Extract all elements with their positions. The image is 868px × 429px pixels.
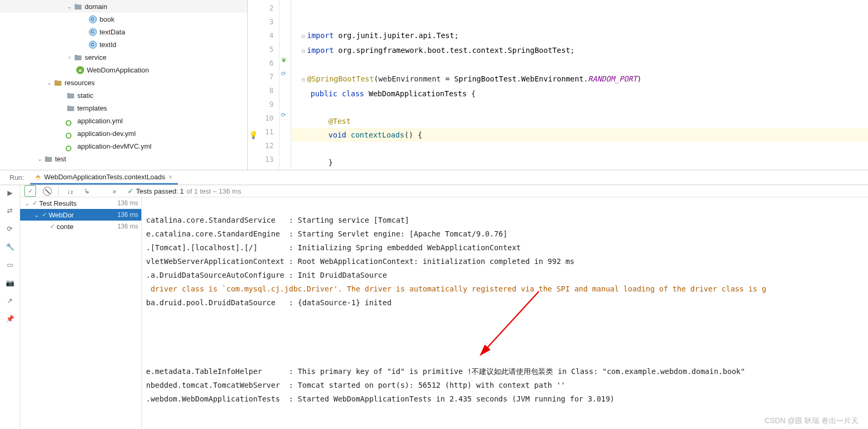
tree-folder-service[interactable]: › service: [0, 51, 247, 63]
test-method-node[interactable]: ✓ conte 136 ms: [20, 221, 141, 232]
tree-class-textdata[interactable]: C textData: [0, 25, 247, 38]
pin-button[interactable]: 📌: [5, 313, 15, 324]
folder-icon: [66, 90, 75, 100]
tree-folder-test[interactable]: ⌄ test: [0, 152, 247, 165]
line-number-gutter: 2345678910111213: [248, 0, 279, 170]
toggle-button[interactable]: ⇄: [5, 205, 15, 216]
tree-app-class[interactable]: ⸙ WebDomApplication: [0, 63, 247, 76]
tree-label: service: [85, 53, 106, 61]
tree-label: resources: [65, 79, 95, 87]
tree-folder-static[interactable]: static: [0, 89, 247, 102]
yaml-icon: [66, 116, 75, 125]
tree-label: book: [100, 15, 114, 23]
class-icon: C: [88, 14, 97, 24]
yaml-icon: [66, 129, 75, 138]
package-icon: [73, 2, 83, 11]
run-test-icon[interactable]: ⟳: [281, 112, 286, 118]
export-button[interactable]: ↗: [5, 295, 15, 306]
camera-button[interactable]: 📷: [5, 277, 15, 288]
check-icon: ✓: [32, 199, 38, 207]
chevron-down-icon: ⌄: [23, 200, 31, 206]
class-icon: C: [88, 40, 97, 49]
tree-class-textid[interactable]: C textId: [0, 38, 247, 51]
chevron-down-icon: ⌄: [46, 80, 53, 86]
show-passed-toggle[interactable]: ✓: [24, 185, 36, 197]
run-tab-active[interactable]: ⬘ WebDomApplicationTests.contextLoads ×: [30, 170, 177, 185]
check-icon: ✓: [42, 211, 47, 218]
console-output[interactable]: catalina.core.StandardService : Starting…: [142, 197, 868, 429]
resources-folder-icon: [53, 78, 62, 87]
package-icon: [73, 52, 83, 62]
check-icon: ✓: [50, 223, 55, 230]
spring-leaf-icon: ❦: [281, 56, 287, 64]
tree-folder-resources[interactable]: ⌄ resources: [0, 76, 247, 89]
chevron-down-icon: ⌄: [66, 4, 73, 10]
tree-label: test: [55, 155, 66, 163]
more-button[interactable]: »: [108, 185, 120, 197]
chevron-down-icon: ⌄: [36, 156, 43, 162]
test-root-node[interactable]: ⌄ ✓ Test Results 136 ms: [20, 197, 141, 209]
test-config-icon: ⬘: [35, 173, 41, 181]
show-ignored-toggle[interactable]: [41, 185, 53, 197]
test-class-node[interactable]: ⌄ ✓ WebDor 136 ms: [20, 209, 141, 221]
check-icon: ✓: [128, 187, 133, 195]
tree-label: static: [77, 92, 93, 99]
chevron-right-icon: ›: [66, 54, 73, 60]
settings-button[interactable]: 🔧: [5, 241, 15, 252]
tree-file-yml2[interactable]: application-dev.yml: [0, 127, 247, 140]
separator: [58, 186, 59, 196]
run-tab-name: WebDomApplicationTests.contextLoads: [44, 173, 165, 181]
intention-bulb-icon[interactable]: 💡: [249, 128, 258, 142]
tree-folder-domain[interactable]: ⌄ domain: [0, 0, 247, 13]
yaml-icon: [66, 141, 75, 151]
tree-label: application-dev.yml: [77, 130, 135, 138]
project-tree[interactable]: ⌄ domain C book C textData C textId › se…: [0, 0, 248, 170]
expand-button[interactable]: ↳: [81, 185, 93, 197]
code-editor[interactable]: 2345678910111213 ❦ ⟳ ⟳ ⊟import org.junit…: [248, 0, 868, 170]
code-area[interactable]: ⊟import org.junit.jupiter.api.Test;⊟impo…: [291, 0, 868, 170]
folder-icon: [43, 154, 53, 163]
tree-class-book[interactable]: C book: [0, 13, 247, 25]
tree-label: templates: [77, 104, 107, 112]
test-results-tree[interactable]: ⌄ ✓ Test Results 136 ms ⌄ ✓ WebDor 136 m…: [20, 197, 142, 429]
sort-button[interactable]: ↓₂: [64, 185, 76, 197]
gutter-annotations: ❦ ⟳ ⟳: [279, 0, 291, 170]
tree-label: domain: [85, 3, 107, 11]
tree-label: application-devMVC.yml: [77, 142, 151, 150]
run-left-toolbar: ▶ ⇄ ⟳ 🔧 ▭ 📷 ↗ 📌: [0, 185, 20, 429]
stop-button[interactable]: ⟳: [5, 223, 15, 234]
class-icon: C: [88, 27, 97, 36]
tree-label: textId: [100, 41, 116, 49]
tree-folder-templates[interactable]: templates: [0, 102, 247, 114]
tests-passed-status: ✓ Tests passed: 1 of 1 test – 136 ms: [128, 187, 241, 195]
layout-button[interactable]: ▭: [5, 259, 15, 270]
close-icon[interactable]: ×: [168, 173, 173, 181]
watermark-text: CSDN @跟 耿瑞 卷出一片天: [764, 416, 858, 426]
tree-label: textData: [100, 28, 125, 36]
rerun-button[interactable]: ▶: [5, 187, 15, 198]
run-test-icon[interactable]: ⟳: [281, 70, 286, 77]
tree-label: application.yml: [77, 117, 123, 125]
tree-file-yml3[interactable]: application-devMVC.yml: [0, 140, 247, 152]
run-label: Run:: [10, 174, 24, 181]
tree-label: WebDomApplication: [87, 66, 149, 74]
tree-file-yml1[interactable]: application.yml: [0, 114, 247, 127]
chevron-down-icon: ⌄: [33, 212, 40, 218]
folder-icon: [66, 103, 75, 113]
spring-icon: ⸙: [75, 65, 85, 75]
